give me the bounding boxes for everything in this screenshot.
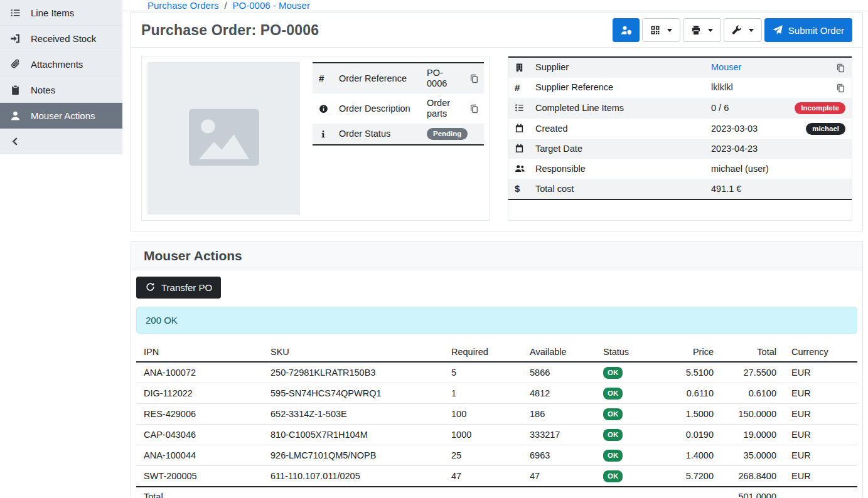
chevron-down-icon [667, 29, 672, 32]
supplier-link[interactable]: Mouser [711, 62, 741, 72]
detail-value: 0 / 6 [706, 98, 789, 119]
detail-value: Order parts [422, 93, 464, 124]
copy-icon[interactable] [836, 62, 845, 73]
print-actions-button[interactable] [683, 18, 721, 42]
column-header-price: Price [655, 342, 721, 362]
copy-icon[interactable] [469, 73, 479, 84]
sidebar-item-notes[interactable]: Notes [0, 77, 122, 103]
copy-icon[interactable] [836, 82, 845, 93]
detail-label: Order Reference [334, 63, 422, 93]
cell-currency: EUR [784, 362, 857, 383]
cell-price: 0.0190 [655, 425, 721, 445]
table-row: SWT-200005 611-110.107.011/0205 47 47 OK… [136, 466, 857, 487]
submit-order-button[interactable]: Submit Order [764, 18, 852, 42]
copy-icon[interactable] [469, 103, 479, 114]
list-icon [10, 8, 21, 18]
sidebar-item-attachments[interactable]: Attachments [0, 51, 122, 77]
table-row: Order Status Pending [313, 124, 484, 145]
cell-total: 150.0000 [721, 404, 784, 425]
sidebar-item-label: Received Stock [31, 33, 96, 44]
paper-plane-icon [773, 25, 783, 36]
calendar-icon [515, 124, 525, 134]
order-detail-box: # Order Reference PO-0006 Order Descript… [141, 56, 490, 221]
cell-required: 47 [444, 466, 522, 487]
cell-currency: EUR [784, 383, 857, 404]
table-row: Created 2023-03-03 michael [508, 119, 852, 139]
panel-title: Mouser Actions [144, 248, 242, 263]
mouser-actions-panel: Mouser Actions Transfer PO 200 OK [131, 241, 863, 498]
cell-price: 0.6110 [655, 383, 721, 404]
submit-order-label: Submit Order [788, 25, 844, 36]
chevron-down-icon [708, 29, 713, 32]
cell-total: 0.6100 [721, 383, 784, 404]
cell-sku: 250-72981KLRATR150B3 [263, 362, 444, 383]
hash-icon: # [515, 82, 520, 93]
calendar-icon [515, 144, 525, 154]
detail-value: michael (user) [706, 159, 789, 179]
breadcrumb-link-purchase-orders[interactable]: Purchase Orders [147, 0, 218, 11]
incomplete-badge: Incomplete [795, 102, 845, 114]
cell-ipn: CAP-043046 [136, 425, 263, 445]
printer-icon [691, 25, 702, 36]
supplier-details-table: Supplier Mouser # Supplier Reference lkl… [508, 56, 852, 200]
main-content: Purchase Orders / PO-0006 - Mouser Purch… [122, 0, 868, 498]
sidebar-item-label: Notes [31, 85, 55, 95]
table-row: ANA-100044 926-LMC7101QM5/NOPB 25 6963 O… [136, 445, 857, 466]
cell-total: 268.8400 [721, 466, 784, 487]
sidebar-item-received-stock[interactable]: Received Stock [0, 26, 122, 51]
cell-currency: EUR [784, 404, 857, 425]
info-circle-icon [319, 104, 328, 114]
cell-required: 1 [444, 383, 522, 404]
detail-label: Supplier [530, 57, 706, 78]
supplier-detail-box: Supplier Mouser # Supplier Reference lkl… [508, 56, 852, 221]
detail-value: PO-0006 [422, 63, 464, 93]
cell-total: 35.0000 [721, 445, 784, 466]
status-badge: Pending [427, 128, 468, 140]
user-icon [10, 110, 21, 121]
barcode-actions-button[interactable] [642, 18, 680, 42]
cell-total: 19.0000 [721, 425, 784, 445]
cell-sku: 611-110.107.011/0205 [263, 466, 444, 487]
cell-ipn: SWT-200005 [136, 466, 263, 487]
hash-icon: # [319, 73, 324, 83]
cell-ipn: RES-429006 [136, 404, 263, 425]
qrcode-icon [650, 25, 661, 36]
table-footer-row: Total 501.0000 [136, 487, 857, 498]
cell-ipn: ANA-100044 [136, 445, 263, 466]
sidebar-item-mouser-actions[interactable]: Mouser Actions [0, 103, 122, 129]
transfer-po-label: Transfer PO [161, 282, 212, 293]
column-header-currency: Currency [784, 342, 857, 362]
order-image-placeholder[interactable] [147, 62, 300, 215]
user-actions-button[interactable] [613, 18, 640, 42]
cell-available: 47 [522, 466, 596, 487]
purchase-order-header: Purchase Order: PO-0006 [131, 13, 862, 48]
wrench-icon [732, 25, 742, 36]
breadcrumb-link-po[interactable]: PO-0006 - Mouser [233, 0, 310, 11]
column-header-sku: SKU [263, 342, 444, 362]
page-title: Purchase Order: PO-0006 [141, 22, 319, 39]
list-check-icon [515, 103, 525, 114]
cell-available: 4812 [522, 383, 596, 404]
user-shield-icon [621, 25, 631, 36]
users-icon [515, 164, 525, 174]
sidebar-item-line-items[interactable]: Line Items [0, 0, 122, 26]
line-items-table: IPN SKU Required Available Status Price … [136, 342, 857, 498]
table-row: Order Description Order parts [313, 93, 484, 124]
transfer-po-button[interactable]: Transfer PO [136, 277, 221, 299]
breadcrumb: Purchase Orders / PO-0006 - Mouser [122, 0, 868, 11]
detail-label: Created [530, 119, 706, 139]
ok-badge: OK [603, 429, 623, 441]
sidebar-collapse-button[interactable] [0, 129, 122, 154]
cell-available: 5866 [522, 362, 596, 383]
chevron-down-icon [749, 29, 754, 32]
table-row: Completed Line Items 0 / 6 Incomplete [508, 98, 852, 119]
table-row: Target Date 2023-04-23 [508, 139, 852, 159]
detail-value: 2023-03-03 [706, 119, 789, 139]
order-actions-button[interactable] [724, 18, 762, 42]
sidebar-item-label: Mouser Actions [31, 110, 95, 121]
cell-available: 333217 [522, 425, 596, 445]
table-row: $ Total cost 491.1 € [508, 179, 852, 199]
breadcrumb-separator: / [224, 0, 227, 11]
column-header-total: Total [721, 342, 784, 362]
cell-required: 5 [444, 362, 522, 383]
